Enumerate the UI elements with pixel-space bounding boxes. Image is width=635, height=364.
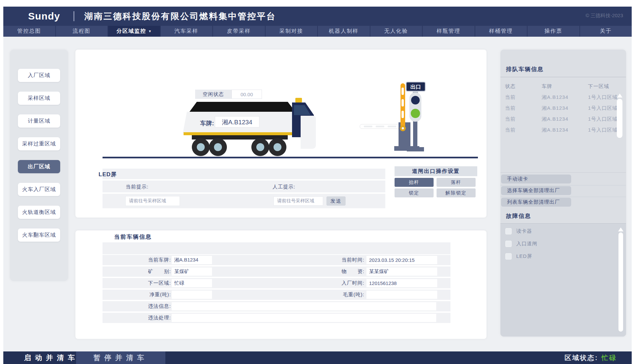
entry-time-field[interactable]: 1201561238 [366, 279, 437, 287]
road-divider [103, 157, 478, 158]
queue-cell: 1号入口区域 [588, 127, 617, 133]
queue-title: 排队车辆信息 [506, 65, 544, 73]
signal-light-off [411, 96, 420, 104]
unlock-button[interactable]: 解除锁定 [437, 188, 476, 197]
tab-zone-monitor[interactable]: 分区域监控▼ [108, 26, 161, 37]
lock-button[interactable]: 锁定 [395, 188, 434, 197]
zone-status: 区域状态: 忙碌 [565, 351, 617, 364]
vehicle-info-row: 当前车牌: 湘A.B1234 当前时间: 2023.03.15 20:20:15 [103, 255, 450, 265]
pause-and-clear-button[interactable]: 暂停并清车 [76, 351, 165, 364]
led-title-band [103, 169, 385, 179]
manual-tip-input[interactable] [274, 196, 323, 206]
manual-card-read-button[interactable]: 手动读卡 [501, 175, 571, 183]
sidebar-item-entry-zone[interactable]: 入厂区域 [18, 69, 60, 82]
next-zone-field[interactable]: 忙碌 [172, 279, 212, 287]
current-time-field[interactable]: 2023.03.15 20:20:15 [366, 256, 437, 264]
fault-item: 读卡器 [505, 228, 532, 234]
field-label: 违法信息: [103, 303, 171, 309]
queue-cell: 1号入口区域 [588, 94, 617, 101]
queue-cell: 1号入口区域 [588, 105, 617, 111]
truck-bed [190, 102, 295, 112]
raise-arm-button[interactable]: 抬杆 [395, 178, 434, 187]
sidebar-item-rail-scale-zone[interactable]: 火轨道衡区域 [18, 206, 60, 219]
zone-sidebar: 入厂区域 采样区域 计量区域 采样过重区域 出厂区域 火车入厂区域 火轨道衡区域… [10, 50, 68, 281]
fault-scrollbar[interactable] [618, 232, 623, 332]
start-and-clear-button[interactable]: 启动并清车 [22, 351, 81, 364]
mine-type-field[interactable]: 某煤矿 [172, 267, 212, 276]
gate-ops-title: 道闸出口操作设置 [395, 166, 477, 176]
sidebar-item-train-entry-zone[interactable]: 火车入厂区域 [18, 183, 60, 196]
gross-weight-field[interactable] [366, 291, 437, 299]
vehicle-info-title-band [103, 242, 450, 254]
tab-unmanned-assay[interactable]: 无人化验 [370, 26, 423, 37]
tab-operation-ticket[interactable]: 操作票 [528, 26, 580, 37]
violation-handling-field[interactable] [172, 314, 436, 322]
field-label: 物 资: [288, 268, 364, 275]
fault-label: 读卡器 [516, 228, 532, 234]
queue-cell: 湘A.B1234 [542, 94, 569, 101]
page-title: 湖南三德科技股份有限公司燃料集中管控平台 [84, 11, 276, 22]
tab-sampling-docking[interactable]: 采制对接 [266, 26, 318, 37]
fault-info-title: 故障信息 [506, 212, 531, 220]
field-label: 矿 别: [103, 268, 171, 275]
divider [500, 77, 626, 77]
manual-tip-label: 人工提示: [273, 184, 295, 190]
queue-scrollbar[interactable] [617, 99, 622, 138]
fault-list: 读卡器 入口道闸 LED屏 [500, 224, 626, 337]
scroll-up-arrow[interactable] [618, 227, 623, 231]
divider [500, 172, 626, 173]
gate-ops-panel: 道闸出口操作设置 抬杆 落杆 锁定 解除锁定 [395, 166, 477, 176]
current-tip-input[interactable] [125, 196, 180, 206]
field-label: 违法处理: [103, 315, 171, 321]
chevron-down-icon: ▼ [148, 29, 151, 33]
exit-sign-text: 出口 [410, 84, 421, 90]
tab-bottle-mgmt[interactable]: 样瓶管理 [423, 26, 475, 37]
field-label: 当前时间: [288, 257, 364, 263]
plate-value: 湘A.B1234 [222, 119, 252, 126]
clear-selected-vehicles-button[interactable]: 选择车辆全部清理出厂 [501, 186, 571, 195]
truck-stripe [184, 132, 300, 135]
queue-panel: 排队车辆信息 状态 车牌 下一区域 当前 湘A.B1234 1号入口区域 当前 … [500, 50, 626, 337]
main-navbar: 管控总图 流程图 分区域监控▼ 汽车采样 皮带采样 采制对接 机器人制样 无人化… [3, 26, 632, 37]
fault-label: 入口道闸 [516, 241, 537, 247]
tab-flowchart[interactable]: 流程图 [56, 26, 108, 37]
vehicle-info-row: 违法处理: [103, 313, 450, 323]
monitor-panel: 空闲状态 00.00 车牌: 湘A.B1234 [75, 50, 487, 218]
card-reader-checkbox[interactable] [505, 228, 512, 234]
zone-status-label: 区域状态: [565, 353, 598, 362]
signal-base [407, 147, 424, 151]
led-section-title: LED屏 [99, 171, 117, 178]
tab-overview[interactable]: 管控总图 [3, 26, 56, 37]
violation-info-field[interactable] [172, 302, 436, 310]
app-header: Sundy 湖南三德科技股份有限公司燃料集中管控平台 © 三德科技-2023 [3, 7, 632, 26]
sidebar-item-sampling-overweight-zone[interactable]: 采样过重区域 [18, 137, 60, 150]
tab-robot-prep[interactable]: 机器人制样 [318, 26, 370, 37]
sidebar-item-exit-zone[interactable]: 出厂区域 [18, 160, 60, 173]
zone-status-value: 忙碌 [602, 353, 617, 362]
tab-truck-sampling[interactable]: 汽车采样 [161, 26, 213, 37]
field-label: 毛重(吨): [288, 292, 364, 298]
queue-cell: 当前 [505, 94, 516, 101]
queue-col-plate: 车牌 [542, 83, 552, 90]
tab-about[interactable]: 关于 [580, 26, 632, 37]
material-field[interactable]: 某某煤矿 [366, 267, 437, 276]
lower-arm-button[interactable]: 落杆 [437, 178, 476, 187]
net-weight-field[interactable] [172, 291, 212, 299]
current-plate-field[interactable]: 湘A.B1234 [172, 256, 212, 264]
vehicle-info-row: 下一区域: 忙碌 入厂时间: 1201561238 [103, 278, 450, 288]
sidebar-item-train-dumper-zone[interactable]: 火车翻车区域 [18, 228, 60, 242]
tab-barrel-mgmt[interactable]: 样桶管理 [475, 26, 528, 37]
queue-cell: 当前 [505, 127, 516, 133]
led-screen-checkbox[interactable] [505, 253, 512, 260]
header-divider [73, 11, 74, 21]
scroll-up-arrow[interactable] [617, 94, 622, 98]
sidebar-item-sampling-zone[interactable]: 采样区域 [18, 92, 60, 105]
entry-gate-checkbox[interactable] [505, 241, 512, 247]
clear-list-vehicles-button[interactable]: 列表车辆全部清理出厂 [501, 198, 571, 207]
tab-belt-sampling[interactable]: 皮带采样 [213, 26, 266, 37]
sidebar-item-weighing-zone[interactable]: 计量区域 [18, 114, 60, 128]
fault-label: LED屏 [516, 253, 532, 260]
copyright-text: © 三德科技-2023 [585, 13, 623, 19]
queue-col-nextzone: 下一区域 [588, 83, 609, 90]
send-button[interactable]: 发送 [326, 196, 346, 206]
